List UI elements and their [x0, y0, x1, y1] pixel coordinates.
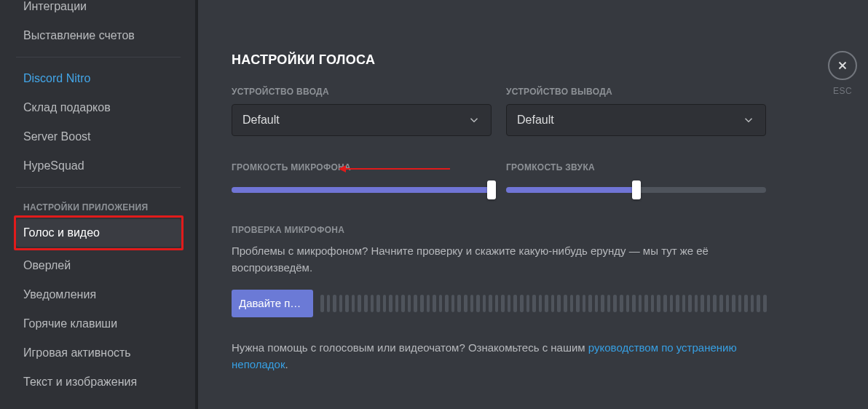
sidebar-item-label: HypeSquad [23, 159, 84, 172]
vu-bar [532, 295, 536, 312]
vu-bar [339, 295, 343, 312]
vu-bar [470, 295, 474, 312]
sidebar-item-hypesquad[interactable]: HypeSquad [16, 152, 188, 180]
sidebar-item-gift-inventory[interactable]: Склад подарков [16, 94, 188, 122]
annotation-highlight: Голос и видео [14, 215, 184, 250]
sidebar-item-label: Горячие клавиши [23, 317, 117, 330]
input-device-label: УСТРОЙСТВО ВВОДА [232, 87, 492, 97]
close-button[interactable] [828, 51, 857, 80]
mic-test-label: ПРОВЕРКА МИКРОФОНА [232, 225, 766, 235]
output-device-label: УСТРОЙСТВО ВЫВОДА [506, 87, 766, 97]
output-volume-label: ГРОМКОСТЬ ЗВУКА [506, 162, 766, 172]
vu-bar [433, 295, 436, 312]
vu-bar [719, 295, 723, 312]
vu-bar [676, 295, 679, 312]
sidebar-item-label: Склад подарков [23, 101, 111, 114]
vu-bar [352, 295, 355, 312]
sidebar-item-label: Текст и изображения [23, 376, 137, 388]
sidebar-divider [16, 57, 181, 57]
sidebar-item-nitro[interactable]: Discord Nitro [16, 65, 188, 92]
mic-volume-label: ГРОМКОСТЬ МИКРОФОНА [232, 162, 492, 172]
select-value: Default [517, 114, 554, 127]
vu-bar [626, 295, 630, 312]
help-text: Нужна помощь с голосовым или видеочатом?… [232, 339, 766, 373]
vu-bar [601, 295, 604, 312]
vu-bar [576, 295, 580, 312]
vu-bar [657, 295, 660, 312]
vu-bar [644, 295, 648, 312]
vu-bar [483, 295, 486, 312]
vu-bar [508, 295, 511, 312]
sidebar-item-integrations[interactable]: Интеграции [16, 0, 188, 20]
vu-bar [564, 295, 567, 312]
vu-bar [327, 295, 331, 312]
vu-bar [682, 295, 686, 312]
vu-bar [620, 295, 623, 312]
vu-bar [395, 295, 399, 312]
chevron-down-icon [467, 114, 481, 127]
sidebar-item-label: Голос и видео [23, 226, 100, 239]
vu-bar [588, 295, 592, 312]
slider-fill [506, 187, 636, 193]
sidebar-item-label: Интеграции [23, 0, 87, 12]
vu-bar [526, 295, 530, 312]
vu-bar [333, 295, 336, 312]
sidebar-section-header: НАСТРОЙКИ ПРИЛОЖЕНИЯ [16, 195, 188, 215]
vu-bar [632, 295, 636, 312]
vu-bar [551, 295, 555, 312]
vu-bar [751, 295, 754, 312]
annotation-arrow [341, 168, 450, 170]
vu-bar [595, 295, 599, 312]
page-title: НАСТРОЙКИ ГОЛОСА [232, 52, 766, 68]
sidebar-item-label: Игровая активность [23, 346, 131, 359]
output-volume-slider[interactable] [506, 183, 766, 197]
vu-bar [513, 295, 517, 312]
settings-content: НАСТРОЙКИ ГОЛОСА УСТРОЙСТВО ВВОДА Defaul… [198, 0, 795, 409]
input-device-select[interactable]: Default [232, 104, 492, 136]
sidebar-item-keybinds[interactable]: Горячие клавиши [16, 310, 188, 338]
mic-test-description: Проблемы с микрофоном? Начните проверку … [232, 242, 766, 277]
vu-bar [713, 295, 717, 312]
vu-bar [651, 295, 655, 312]
vu-bar [420, 295, 424, 312]
help-prefix: Нужна помощь с голосовым или видеочатом?… [232, 341, 588, 354]
vu-bar [639, 295, 642, 312]
sidebar-item-voice-video[interactable]: Голос и видео [16, 219, 181, 247]
vu-bar [476, 295, 480, 312]
vu-bar [757, 295, 760, 312]
vu-bar [320, 295, 324, 312]
slider-thumb[interactable] [632, 180, 641, 199]
sidebar-item-notifications[interactable]: Уведомления [16, 281, 188, 309]
vu-bar [763, 295, 767, 312]
select-value: Default [242, 114, 280, 127]
vu-bar [501, 295, 505, 312]
vu-bar [545, 295, 548, 312]
vu-bar [489, 295, 492, 312]
sidebar-item-label: Discord Nitro [23, 72, 90, 84]
vu-bar [457, 295, 461, 312]
vu-bar [583, 295, 586, 312]
slider-fill [232, 187, 492, 193]
sidebar-item-text-images[interactable]: Текст и изображения [16, 368, 188, 396]
vu-bar [345, 295, 349, 312]
vu-bar [414, 295, 417, 312]
vu-bar [427, 295, 430, 312]
close-icon [836, 59, 849, 72]
output-device-select[interactable]: Default [506, 104, 766, 136]
vu-bar [495, 295, 499, 312]
vu-bar [695, 295, 698, 312]
sidebar-item-billing[interactable]: Выставление счетов [16, 22, 188, 49]
mic-test-button[interactable]: Давайте пр… [232, 290, 313, 317]
vu-bar [364, 295, 368, 312]
mic-volume-slider[interactable] [232, 183, 492, 197]
vu-bar [613, 295, 617, 312]
sidebar-item-server-boost[interactable]: Server Boost [16, 123, 188, 151]
slider-thumb[interactable] [487, 180, 496, 199]
vu-bar [707, 295, 711, 312]
vu-bar [670, 295, 674, 312]
sidebar-item-game-activity[interactable]: Игровая активность [16, 339, 188, 367]
sidebar-item-overlay[interactable]: Оверлей [16, 252, 188, 279]
vu-bar [557, 295, 561, 312]
vu-bar [389, 295, 392, 312]
close-column: ESC [824, 51, 861, 96]
